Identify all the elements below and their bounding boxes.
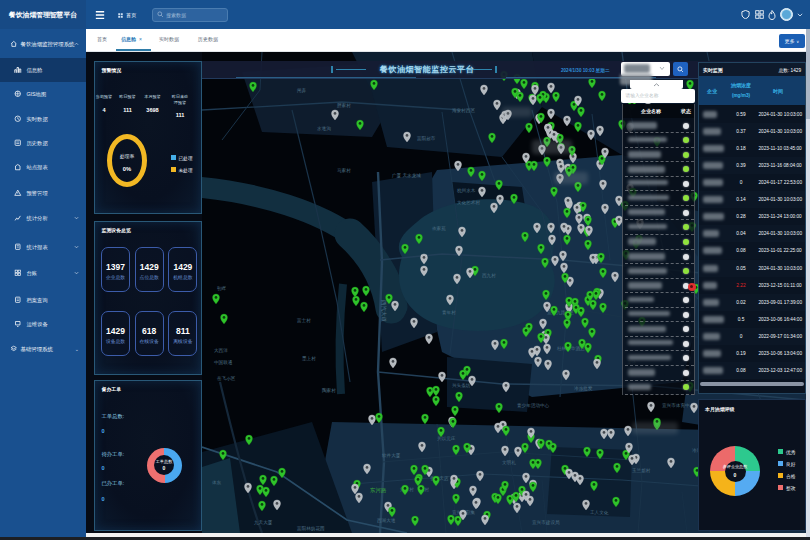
svg-text:闸弄: 闸弄 [297, 87, 307, 94]
svg-text:中国联通: 中国联通 [214, 359, 233, 366]
svg-text:广厦 天水龙城: 广厦 天水龙城 [392, 172, 421, 179]
svg-text:岳飞小区: 岳飞小区 [217, 376, 236, 381]
svg-text:东河路: 东河路 [369, 487, 387, 494]
svg-text:西汽大道: 西汽大道 [380, 300, 387, 323]
svg-text:冷冻批发: 冷冻批发 [574, 385, 593, 392]
svg-text:青少年活动中心: 青少年活动中心 [517, 403, 550, 408]
svg-text:九天大厦: 九天大厦 [254, 519, 273, 526]
svg-text:玉兰新村: 玉兰新村 [632, 467, 651, 474]
svg-text:胖家村: 胖家村 [337, 102, 351, 109]
svg-text:工人文化: 工人文化 [590, 509, 609, 516]
svg-text:宜兴市体育中心: 宜兴市体育中心 [662, 403, 695, 408]
svg-text:软件大厦: 软件大厦 [382, 452, 401, 459]
svg-text:宜兴市建设局: 宜兴市建设局 [532, 519, 560, 526]
svg-text:关以元庄: 关以元庄 [437, 435, 456, 441]
svg-text:陶家村: 陶家村 [322, 387, 336, 394]
svg-text:体东: 体东 [212, 480, 222, 485]
